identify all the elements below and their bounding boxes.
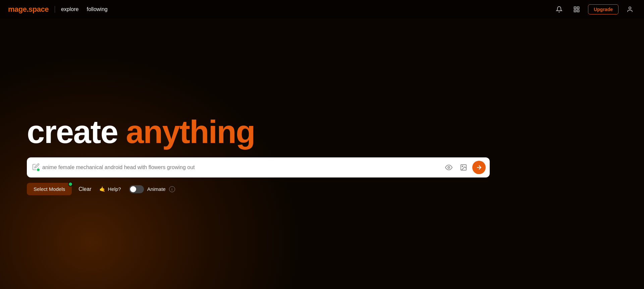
arrow-right-icon <box>476 164 482 171</box>
bell-icon <box>556 6 562 13</box>
svg-point-5 <box>448 166 450 168</box>
grid-icon <box>573 6 580 13</box>
select-models-button[interactable]: Select Models <box>27 183 72 195</box>
main-content: create anything <box>27 116 617 195</box>
animate-toggle-container: Animate i <box>129 185 175 193</box>
upgrade-button[interactable]: Upgrade <box>588 4 619 14</box>
image-icon <box>460 164 467 171</box>
svg-point-4 <box>629 7 631 9</box>
grid-button[interactable] <box>571 3 583 15</box>
svg-rect-2 <box>574 10 576 12</box>
animate-label: Animate <box>147 186 166 192</box>
search-input[interactable] <box>42 157 440 177</box>
svg-rect-0 <box>574 7 576 9</box>
search-bar <box>27 157 490 177</box>
svg-point-7 <box>462 166 463 167</box>
headline-orange: anything <box>126 114 255 150</box>
navbar: mage.space explore following Upgrade <box>0 0 644 19</box>
help-emoji: 🤙 <box>99 186 106 192</box>
nav-following[interactable]: following <box>87 6 107 12</box>
submit-button[interactable] <box>472 161 486 174</box>
help-button[interactable]: 🤙 Help? <box>98 184 122 194</box>
svg-rect-3 <box>577 10 579 12</box>
user-icon <box>627 6 633 13</box>
nav-explore[interactable]: explore <box>61 6 78 12</box>
nav-links: explore following <box>61 6 108 12</box>
help-label: Help? <box>108 186 121 192</box>
clear-button[interactable]: Clear <box>77 184 93 194</box>
toggle-knob <box>130 186 136 192</box>
nav-divider <box>55 6 55 13</box>
eye-icon <box>445 164 452 171</box>
user-button[interactable] <box>624 3 636 15</box>
headline-white: create <box>27 114 118 150</box>
brand-logo[interactable]: mage.space <box>8 5 49 14</box>
eye-button[interactable] <box>443 161 455 173</box>
pen-icon <box>32 163 40 172</box>
svg-rect-1 <box>577 7 579 9</box>
notifications-button[interactable] <box>553 3 565 15</box>
headline: create anything <box>27 116 617 148</box>
image-button[interactable] <box>458 161 470 173</box>
info-icon[interactable]: i <box>169 186 175 192</box>
navbar-right: Upgrade <box>553 3 636 15</box>
search-actions <box>443 161 486 174</box>
controls-row: Select Models Clear 🤙 Help? Animate i <box>27 183 617 195</box>
search-container <box>27 157 490 177</box>
animate-toggle[interactable] <box>129 185 144 193</box>
